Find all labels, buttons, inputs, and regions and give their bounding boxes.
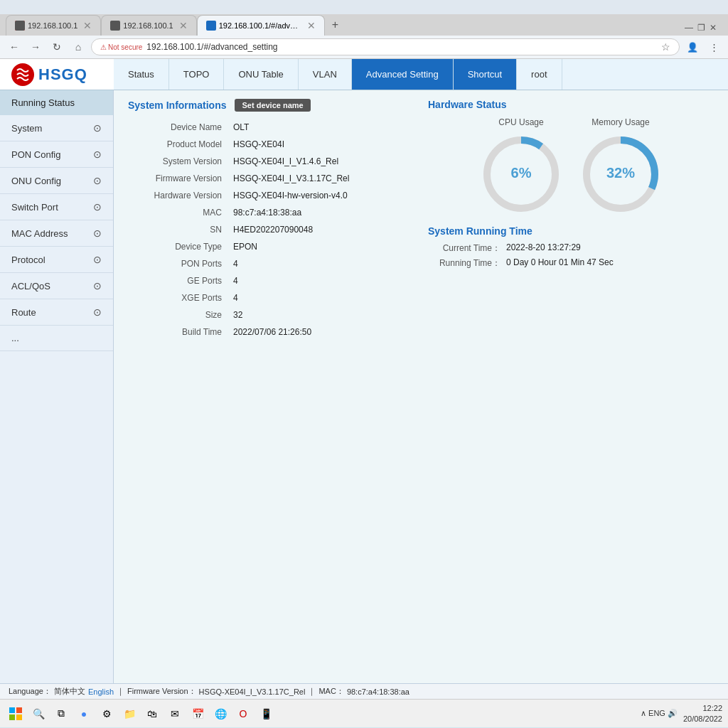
restore-button[interactable]: ❐ xyxy=(697,23,705,33)
sidebar-item-mac-address[interactable]: MAC Address ⊙ xyxy=(0,220,113,247)
table-row: Device Name OLT xyxy=(128,119,414,136)
chrome-icon[interactable]: ● xyxy=(74,704,94,724)
sidebar-item-more[interactable]: ... xyxy=(0,326,113,351)
sidebar-item-pon-config[interactable]: PON Config ⊙ xyxy=(0,141,113,168)
app-icon[interactable]: 📱 xyxy=(256,704,276,724)
nav-onu-table[interactable]: ONU Table xyxy=(224,59,298,90)
chevron-icon-pon: ⊙ xyxy=(93,149,102,160)
running-time-row: Running Time： 0 Day 0 Hour 01 Min 47 Sec xyxy=(428,257,714,269)
sidebar-running-status[interactable]: Running Status xyxy=(0,90,113,115)
bookmark-icon[interactable]: ☆ xyxy=(661,41,670,53)
nav-advanced-setting[interactable]: Advanced Setting xyxy=(352,59,454,90)
table-row: PON Ports 4 xyxy=(128,255,414,272)
nav-items: Status TOPO ONU Table VLAN Advanced Sett… xyxy=(114,59,728,90)
sidebar-item-route[interactable]: Route ⊙ xyxy=(0,299,113,326)
close-button[interactable]: ✕ xyxy=(710,23,717,33)
table-row: GE Ports 4 xyxy=(128,272,414,289)
sidebar-item-protocol[interactable]: Protocol ⊙ xyxy=(0,247,113,273)
browser-icon[interactable]: 🌐 xyxy=(210,704,230,724)
main-content: Running Status System ⊙ PON Config ⊙ ONU… xyxy=(0,90,728,683)
table-row: Size 32 xyxy=(128,306,414,323)
nav-topo[interactable]: TOPO xyxy=(169,59,225,90)
svg-rect-8 xyxy=(9,714,15,720)
file-explorer[interactable]: 📁 xyxy=(119,704,139,724)
chevron-icon-system: ⊙ xyxy=(93,122,102,134)
chevron-icon-switch: ⊙ xyxy=(93,201,102,213)
address-icons: ☆ xyxy=(661,41,670,53)
address-text: 192.168.100.1/#/advanced_setting xyxy=(146,42,657,52)
window-controls: — ❐ ✕ xyxy=(685,23,722,36)
tab-close-2[interactable]: ✕ xyxy=(179,20,188,31)
start-button[interactable] xyxy=(6,704,26,724)
chevron-icon-onu: ⊙ xyxy=(93,175,102,186)
running-time-section: System Running Time Current Time： 2022-8… xyxy=(428,225,714,269)
browser-tab-1[interactable]: 192.168.100.1 ✕ xyxy=(6,15,101,36)
tab-title-2: 192.168.100.1 xyxy=(123,21,173,30)
minimize-button[interactable]: — xyxy=(685,23,693,33)
english-link[interactable]: English xyxy=(88,687,114,696)
taskbar: 🔍 ⧉ ● ⚙ 📁 🛍 ✉ 📅 🌐 O 📱 ∧ ENG 🔊 12:22 20/0… xyxy=(0,699,728,727)
search-taskbar[interactable]: 🔍 xyxy=(28,704,48,724)
set-device-name-button[interactable]: Set device name xyxy=(235,99,310,112)
calendar-icon[interactable]: 📅 xyxy=(188,704,208,724)
mail-icon[interactable]: ✉ xyxy=(165,704,185,724)
nav-status[interactable]: Status xyxy=(114,59,169,90)
chevron-icon-protocol: ⊙ xyxy=(93,254,102,265)
profile-button[interactable]: 👤 xyxy=(684,38,701,55)
sidebar-item-switch-port[interactable]: Switch Port ⊙ xyxy=(0,194,113,220)
table-row: Device Type EPON xyxy=(128,238,414,255)
tab-favicon-2 xyxy=(110,21,120,31)
system-info-table: Device Name OLT Product Model HSGQ-XE04I… xyxy=(128,119,414,341)
table-row: XGE Ports 4 xyxy=(128,289,414,306)
opera-icon[interactable]: O xyxy=(233,704,253,724)
task-view[interactable]: ⧉ xyxy=(51,704,71,724)
two-col-layout: System Informations Set device name Devi… xyxy=(128,99,714,341)
logo-icon xyxy=(11,63,34,86)
store-icon[interactable]: 🛍 xyxy=(142,704,162,724)
sidebar-item-onu-config[interactable]: ONU Config ⊙ xyxy=(0,168,113,194)
chevron-icon-mac: ⊙ xyxy=(93,228,102,239)
settings-icon[interactable]: ⚙ xyxy=(97,704,117,724)
new-tab-button[interactable]: + xyxy=(325,14,346,36)
nav-user[interactable]: root xyxy=(517,59,562,90)
svg-rect-7 xyxy=(16,707,22,713)
browser-tabs: 192.168.100.1 ✕ 192.168.100.1 ✕ 192.168.… xyxy=(0,14,728,36)
chevron-icon-acl: ⊙ xyxy=(93,280,102,291)
sidebar-item-acl-qos[interactable]: ACL/QoS ⊙ xyxy=(0,273,113,299)
table-row: Build Time 2022/07/06 21:26:50 xyxy=(128,323,414,341)
sidebar-item-system[interactable]: System ⊙ xyxy=(0,115,113,141)
hardware-status-section: Hardware Status CPU Usage 6% xyxy=(428,99,714,341)
forward-button[interactable]: → xyxy=(27,38,44,55)
more-button[interactable]: ⋮ xyxy=(705,38,722,55)
hardware-status-header: Hardware Status xyxy=(428,99,714,110)
nav-shortcut[interactable]: Shortcut xyxy=(454,59,517,90)
browser-tab-3[interactable]: 192.168.100.1/#/advanced_settin... ✕ xyxy=(197,15,325,36)
svg-rect-9 xyxy=(16,714,22,720)
cpu-gauge-svg: 6% xyxy=(478,132,564,217)
current-time-row: Current Time： 2022-8-20 13:27:29 xyxy=(428,242,714,255)
cpu-value-text: 6% xyxy=(511,165,532,181)
chevron-icon-route: ⊙ xyxy=(93,306,102,318)
insecure-badge: ⚠ Not secure xyxy=(100,43,142,51)
tab-close-1[interactable]: ✕ xyxy=(83,20,92,31)
tab-close-3[interactable]: ✕ xyxy=(307,20,316,31)
memory-value-text: 32% xyxy=(606,165,635,181)
main-nav: HSGQ Status TOPO ONU Table VLAN Advanced… xyxy=(0,59,728,90)
back-button[interactable]: ← xyxy=(6,38,23,55)
nav-vlan[interactable]: VLAN xyxy=(299,59,352,90)
content-panel: System Informations Set device name Devi… xyxy=(114,90,728,683)
status-bar: Language： 简体中文 English ｜ Firmware Versio… xyxy=(0,683,728,699)
content-inner: System Informations Set device name Devi… xyxy=(114,90,728,349)
home-button[interactable]: ⌂ xyxy=(70,38,87,55)
browser-tab-2[interactable]: 192.168.100.1 ✕ xyxy=(101,15,196,36)
table-row: Firmware Version HSGQ-XE04I_I_V3.1.17C_R… xyxy=(128,170,414,187)
cpu-gauge: CPU Usage 6% xyxy=(478,117,564,217)
address-bar[interactable]: ⚠ Not secure 192.168.100.1/#/advanced_se… xyxy=(91,38,680,55)
taskbar-time: 12:22 20/08/2022 xyxy=(683,703,722,724)
table-row: SN H4ED202207090048 xyxy=(128,221,414,238)
table-row: System Version HSGQ-XE04I_I_V1.4.6_Rel xyxy=(128,153,414,170)
table-row: MAC 98:c7:a4:18:38:aa xyxy=(128,204,414,221)
logo-area: HSGQ xyxy=(0,59,114,90)
reload-button[interactable]: ↻ xyxy=(48,38,65,55)
system-info-section: System Informations Set device name Devi… xyxy=(128,99,414,341)
